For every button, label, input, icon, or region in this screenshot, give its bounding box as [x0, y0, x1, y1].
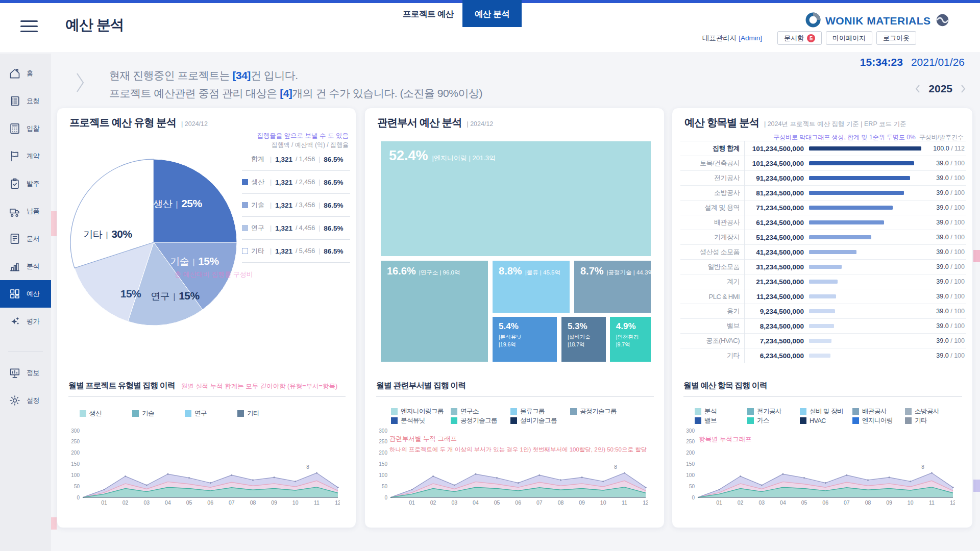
item-amount: 91,234,500,000 [745, 174, 804, 182]
brand-logo: WONIK MATERIALS [805, 12, 949, 30]
item-bar [809, 206, 893, 210]
budget-item-row: 계기21,234,500,00039.0 / 100 [680, 274, 966, 289]
docbox-button[interactable]: 문서함 5 [777, 31, 822, 45]
svg-text:03: 03 [143, 499, 150, 506]
svg-text:50: 50 [74, 484, 80, 489]
item-amount: 8,234,500,000 [745, 322, 804, 330]
item-bar [809, 176, 910, 180]
svg-text:02: 02 [122, 499, 129, 506]
legend-label: 합계 [251, 155, 266, 164]
svg-text:12: 12 [335, 499, 340, 506]
sidebar-item-analysis[interactable]: 분석 [0, 253, 51, 280]
execution-rate: 86.5% [324, 224, 343, 232]
brand-name: WONIK MATERIALS [825, 15, 931, 27]
panel2-period: | 2024/12 [467, 120, 493, 128]
item-amount: 9,234,500,000 [745, 308, 804, 315]
contract-icon [8, 149, 21, 163]
execution-rate: 86.5% [324, 247, 343, 255]
sidebar-item-label: 정보 [27, 368, 39, 378]
item-label: 전기공사 [680, 173, 740, 183]
item-bar [809, 265, 842, 269]
chart-legend-item: 물류그룹 [510, 407, 570, 416]
budget-item-row: 집행 합계101,234,500,000100.0 / 112 [680, 141, 966, 156]
tab-project-budget[interactable]: 프로젝트 예산 [394, 0, 462, 27]
bid-icon [8, 122, 21, 135]
svg-text:05: 05 [186, 499, 192, 506]
taegeuk-icon [936, 13, 949, 29]
svg-text:300: 300 [71, 428, 80, 434]
svg-text:11: 11 [314, 499, 320, 506]
svg-text:09: 09 [579, 499, 585, 506]
treemap-block-물류: 8.8%|물류 | 45.5억 [492, 260, 571, 314]
item-bar [809, 354, 830, 358]
budget-item-row: 소방공사81,234,500,00039.0 / 100 [680, 186, 966, 201]
chart-legend-item: 연구 [185, 409, 237, 418]
item-ratio: 39.0 / 100 [922, 293, 966, 300]
item-bar [809, 220, 884, 224]
item-ratio: 39.0 / 100 [922, 308, 966, 315]
mypage-button[interactable]: 마이페이지 [826, 31, 872, 45]
item-label: 배관공사 [680, 218, 740, 227]
svg-text:300: 300 [686, 428, 695, 434]
sidebar-item-label: 계약 [27, 152, 39, 161]
budget-type-legend-row: 생산|1,321 / 2,456|86.5% [242, 171, 350, 194]
svg-text:300: 300 [379, 428, 387, 434]
next-year-icon[interactable] [961, 84, 966, 93]
sidebar-item-contract[interactable]: 계약 [0, 142, 51, 170]
treemap-block-인천환경: 4.9%|인천환경|9.7억 [609, 316, 652, 363]
chart-legend-item: 설비 및 장비 [800, 407, 852, 416]
hamburger-menu-icon[interactable] [20, 20, 38, 36]
chevron-down-icon [764, 36, 770, 40]
svg-text:03: 03 [758, 499, 765, 506]
legend-label: 기술 [251, 201, 266, 210]
focus-item-count: [4] [280, 87, 292, 99]
legend-chip [80, 410, 86, 417]
executed-amount: 1,321 [275, 179, 292, 186]
sidebar-item-document[interactable]: 문서 [0, 225, 51, 253]
svg-text:150: 150 [71, 461, 80, 467]
item-amount: 81,234,500,000 [745, 189, 804, 197]
sidebar-item-settings[interactable]: 설정 [0, 387, 51, 414]
sidebar-item-budget[interactable]: 예산 [0, 280, 51, 308]
item-ratio: 39.0 / 100 [922, 160, 966, 167]
sidebar-item-info[interactable]: 정보 [0, 359, 51, 387]
chart-legend-item: 엔지니어링그룹 [391, 407, 451, 416]
prev-year-icon[interactable] [915, 84, 920, 93]
item-bar [809, 280, 838, 284]
panel-budget-type-analysis: 프로젝트 예산 유형 분석 | 2024/12 집행율을 앞으로 보낼 수 도 … [57, 108, 356, 528]
svg-text:250: 250 [71, 439, 80, 444]
item-amount: 7,234,500,000 [745, 337, 804, 345]
sidebar-item-bid[interactable]: 입찰 [0, 115, 51, 142]
sidebar-item-order[interactable]: 발주 [0, 170, 51, 197]
panel1-title: 프로젝트 예산 유형 분석 [69, 115, 176, 130]
edge-marker-pink-right [973, 250, 980, 262]
sidebar-item-evaluation[interactable]: 평가 [0, 308, 51, 335]
panel-budget-item-analysis: 예산 항목별 분석 | 2024년 프로젝트 예산 집행 기준 | ERP 코드… [672, 108, 973, 528]
budget-icon [8, 287, 21, 300]
sidebar-item-label: 입찰 [27, 124, 39, 133]
item-label: 기타 [680, 351, 740, 360]
item-label: 공조(HVAC) [680, 336, 740, 345]
sidebar-item-home[interactable]: 홈 [0, 60, 51, 87]
delivery-icon [8, 205, 21, 218]
sidebar-item-delivery[interactable]: 납품 [0, 197, 51, 225]
logout-button[interactable]: 로그아웃 [876, 31, 916, 45]
panel1-annotation-violet: 집행율을 앞으로 보낼 수 도 있음 [257, 132, 349, 140]
sidebar-item-request[interactable]: 요청 [0, 87, 51, 115]
expand-chevron-icon[interactable] [75, 70, 86, 95]
svg-text:150: 150 [379, 461, 387, 467]
chart-legend-item: 생산 [80, 409, 132, 418]
legend-chip [242, 202, 248, 208]
panel1-period: | 2024/12 [181, 120, 208, 128]
page-title: 예산 분석 [65, 15, 124, 35]
tab-budget-analysis[interactable]: 예산 분석 [462, 0, 522, 27]
legend-chip [242, 248, 248, 254]
legend-chip [391, 408, 398, 415]
sidebar-divider [8, 352, 43, 352]
budget-item-row: 토목/건축공사101,234,500,00039.0 / 100 [680, 156, 966, 171]
chart-legend-item: 소방공사 [905, 407, 958, 416]
user-dropdown[interactable]: 대표관리자 [Admin] [702, 34, 770, 43]
budget-item-row: 생산성 소모품41,234,500,00039.0 / 100 [680, 245, 966, 260]
clock: 15:34:232021/01/26 [860, 56, 965, 68]
budget-item-row: 전기공사91,234,500,00039.0 / 100 [680, 171, 966, 186]
